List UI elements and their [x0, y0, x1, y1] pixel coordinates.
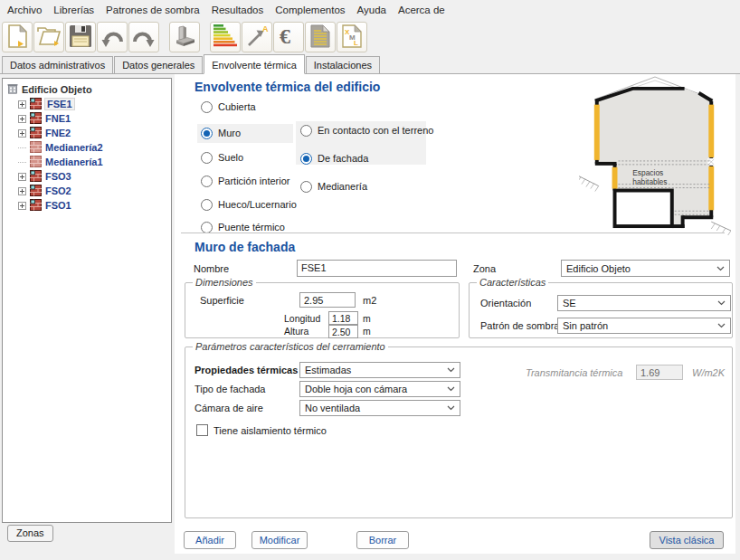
zonas-tab[interactable]: Zonas	[7, 525, 53, 542]
tab-datos-generales[interactable]: Datos generales	[114, 56, 203, 73]
tree-root-edificio-objeto[interactable]: Edificio Objeto	[3, 82, 171, 97]
longitud-label: Longitud	[284, 313, 320, 324]
patron-sombras-label: Patrón de sombras	[480, 320, 564, 331]
expand-icon[interactable]	[18, 115, 26, 123]
tipo-fachada-label: Tipo de fachada	[194, 384, 265, 394]
tree-item-fse1[interactable]: FSE1	[3, 97, 171, 111]
xml-export-button[interactable]: XML	[337, 22, 367, 52]
borrar-button[interactable]: Borrar	[356, 531, 409, 549]
patron-sombras-select[interactable]: Sin patrón	[557, 318, 731, 334]
expand-icon[interactable]	[18, 100, 26, 109]
parametros-legend: Parámetros característicos del cerramien…	[193, 341, 388, 352]
wall-icon	[30, 127, 42, 140]
3d-view-icon	[172, 24, 197, 51]
tab-datos-administrativos[interactable]: Datos administrativos	[2, 56, 113, 73]
radio-checked-icon[interactable]	[300, 153, 312, 165]
longitud-input[interactable]: 1.18	[328, 311, 358, 325]
building-section-diagram: Espacios habitables Espacios	[579, 74, 731, 237]
menu-archivo[interactable]: Archivo	[7, 5, 42, 15]
expand-icon[interactable]	[18, 129, 26, 138]
option-label: Suelo	[218, 152, 243, 163]
tree-item-medianeria1[interactable]: Medianería1	[3, 155, 171, 169]
transmitancia-value-field: 1.69	[636, 365, 683, 380]
menu-ayuda[interactable]: Ayuda	[357, 5, 386, 15]
propiedades-termicas-select[interactable]: Estimadas	[299, 362, 460, 378]
new-file-icon	[5, 24, 29, 51]
tipo-fachada-select[interactable]: Doble hoja con cámara	[299, 381, 460, 397]
option-label: Cubierta	[218, 101, 256, 112]
expand-icon[interactable]	[18, 187, 26, 195]
option-de-fachada[interactable]: De fachada	[296, 151, 426, 166]
radio-icon[interactable]	[201, 222, 213, 233]
transmitancia-label: Transmitancia térmica	[526, 367, 622, 378]
nombre-label: Nombre	[194, 263, 229, 274]
report-button[interactable]	[305, 22, 336, 52]
tree-item-fne2[interactable]: FNE2	[3, 126, 171, 140]
tab-instalaciones[interactable]: Instalaciones	[306, 56, 380, 73]
option-cubierta[interactable]: Cubierta	[201, 100, 256, 114]
option-suelo[interactable]: Suelo	[201, 150, 243, 165]
nombre-input[interactable]: FSE1	[297, 260, 457, 277]
option-label: Muro	[218, 128, 241, 138]
menu-complementos[interactable]: Complementos	[275, 5, 345, 15]
certify-arrow-icon: A	[244, 24, 270, 51]
orientacion-select[interactable]: SE	[557, 295, 731, 311]
expand-icon[interactable]	[18, 173, 26, 181]
anadir-button[interactable]: Añadir	[184, 531, 236, 549]
3d-view-button[interactable]	[169, 22, 200, 52]
tab-envolvente-termica[interactable]: Envolvente térmica	[204, 54, 305, 74]
economic-analysis-button[interactable]: €	[273, 22, 304, 52]
aislamiento-checkbox-row[interactable]: Tiene aislamiento térmico	[196, 424, 327, 436]
option-en-contacto-con-el-terreno[interactable]: En contacto con el terreno	[296, 123, 426, 138]
tree-item-fso3[interactable]: FSO3	[3, 169, 171, 184]
checkbox-icon[interactable]	[196, 424, 208, 436]
option-particion-interior[interactable]: Partición interior	[201, 174, 289, 188]
open-file-button[interactable]	[33, 22, 64, 52]
energy-rating-button[interactable]	[210, 22, 241, 52]
wall-icon	[30, 112, 42, 126]
tree-item-medianeria2[interactable]: Medianería2	[3, 140, 171, 155]
menu-librerias[interactable]: Librerías	[53, 5, 94, 15]
zona-select[interactable]: Edificio Objeto	[561, 260, 730, 277]
wall-icon	[30, 185, 42, 198]
menu-patrones-de-sombra[interactable]: Patrones de sombra	[106, 5, 200, 15]
tree-item-fne1[interactable]: FNE1	[3, 111, 171, 126]
superficie-label: Superficie	[200, 295, 244, 306]
radio-icon[interactable]	[201, 199, 213, 211]
option-medianeria[interactable]: Medianería	[296, 179, 426, 194]
certify-button[interactable]: A	[242, 22, 272, 52]
superficie-input[interactable]: 2.95	[299, 292, 356, 308]
tree-item-fso1[interactable]: FSO1	[3, 198, 171, 213]
tree-item-fso2[interactable]: FSO2	[3, 184, 171, 198]
tree-item-label: FSO2	[45, 185, 71, 196]
option-muro[interactable]: Muro	[201, 126, 241, 140]
camara-aire-select[interactable]: No ventilada	[299, 400, 460, 416]
expand-icon[interactable]	[18, 202, 26, 210]
radio-icon[interactable]	[201, 101, 213, 113]
envelope-section-title: Envolvente térmica del edificio	[194, 80, 380, 94]
new-file-button[interactable]	[2, 22, 33, 52]
svg-text:€: €	[280, 24, 290, 48]
modificar-button[interactable]: Modificar	[251, 531, 308, 549]
option-hueco-lucernario[interactable]: Hueco/Lucernario	[201, 197, 297, 212]
option-label: En contacto con el terreno	[318, 125, 433, 136]
radio-icon[interactable]	[300, 181, 312, 193]
radio-icon[interactable]	[201, 152, 213, 164]
chevron-down-icon	[442, 367, 460, 373]
tree-branch-line	[18, 147, 26, 148]
undo-button[interactable]	[97, 22, 128, 52]
save-button[interactable]	[65, 22, 96, 52]
radio-icon[interactable]	[300, 125, 312, 137]
redo-button[interactable]	[128, 22, 159, 52]
open-file-icon	[36, 24, 62, 50]
menu-acerca-de[interactable]: Acerca de	[398, 5, 445, 15]
vista-clasica-button[interactable]: Vista clásica	[650, 531, 724, 549]
xml-export-icon: XML	[340, 24, 364, 51]
menu-resultados[interactable]: Resultados	[212, 5, 264, 15]
propiedades-termicas-value: Estimadas	[305, 365, 351, 375]
radio-checked-icon[interactable]	[201, 128, 213, 139]
altura-input[interactable]: 2.50	[328, 325, 358, 338]
radio-icon[interactable]	[201, 176, 213, 187]
report-icon	[308, 24, 332, 51]
svg-text:Espacios: Espacios	[632, 168, 663, 177]
